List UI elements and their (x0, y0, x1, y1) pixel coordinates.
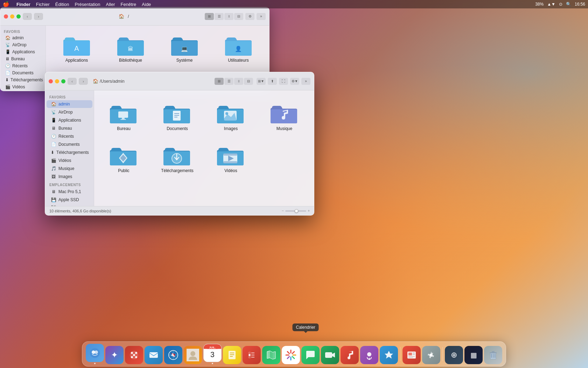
dock-trash[interactable] (484, 346, 502, 364)
sidebar-airdrop[interactable]: 📡 AirDrop (47, 108, 92, 116)
more-back[interactable]: » (257, 13, 266, 20)
dock-preferences[interactable] (422, 346, 440, 364)
dock-notes[interactable] (223, 346, 241, 364)
back-button-back[interactable]: ‹ (23, 13, 32, 20)
menubar-fenetre[interactable]: Fenêtre (121, 2, 136, 7)
slider-track[interactable] (285, 210, 306, 212)
sidebar-data1hd[interactable]: 💾 DATA 1 HD (47, 204, 92, 206)
sidebar-images[interactable]: 🖼 Images (47, 173, 92, 180)
menubar-controlcenter[interactable]: ⊙ (559, 2, 562, 7)
folder-systeme-back[interactable]: 💻 Système (159, 31, 210, 64)
dock-dockpref[interactable]: ▦ (464, 346, 483, 364)
sidebar-recents[interactable]: 🕐 Récents (47, 132, 92, 140)
view-column-front[interactable]: ⫴ (234, 78, 243, 85)
menubar-app-name[interactable]: Finder (16, 2, 30, 7)
sidebar-applications[interactable]: 📱 Applications (47, 116, 92, 124)
svg-rect-72 (490, 352, 497, 353)
settings-front[interactable]: ⚙▼ (290, 78, 299, 85)
folder-bibliotheque-back[interactable]: 🏛 Bibliothèque (105, 31, 156, 64)
dock-finder[interactable] (86, 344, 104, 364)
back-sidebar-telechargements[interactable]: ⬇Téléchargements (2, 76, 44, 83)
back-sidebar-airdrop[interactable]: 📡AirDrop (2, 41, 44, 48)
svg-point-52 (248, 354, 251, 356)
folder-utilisateurs-back[interactable]: 👤 Utilisateurs (213, 31, 264, 64)
apple-menu[interactable]: 🍎 (3, 1, 9, 7)
dock-rappels[interactable] (243, 346, 261, 364)
back-sidebar-admin[interactable]: 🏠admin (2, 34, 44, 41)
menubar-edition[interactable]: Édition (55, 2, 69, 7)
sidebar-macpro[interactable]: 🖥 Mac Pro 5,1 (47, 188, 92, 196)
dock-accessibility[interactable]: ⊕ (445, 346, 463, 364)
zoom-plus[interactable]: + (308, 209, 310, 213)
dock-safari[interactable] (164, 346, 182, 364)
sidebar-bureau[interactable]: 🖥 Bureau (47, 124, 92, 132)
dock-musique[interactable] (341, 346, 359, 364)
airdrop-icon: 📡 (51, 110, 56, 115)
folder-documents[interactable]: Documents (153, 97, 201, 134)
view-list-back[interactable]: ☰ (215, 13, 224, 20)
window-close-back[interactable] (4, 14, 8, 19)
sidebar-musique[interactable]: 🎵 Musique (47, 165, 92, 172)
dock-mail[interactable] (145, 346, 163, 364)
applications-icon: 📱 (51, 118, 56, 123)
slider-thumb[interactable] (295, 209, 298, 213)
group-btn[interactable]: ⊞▼ (257, 78, 266, 85)
admin-icon: 🏠 (51, 102, 56, 107)
folder-images[interactable]: Images (207, 97, 255, 134)
sidebar-admin[interactable]: 🏠 admin (47, 100, 92, 108)
dock-news[interactable] (402, 346, 421, 364)
dock-photos[interactable] (282, 346, 300, 364)
zoom-minus[interactable]: − (282, 209, 284, 213)
folder-videos[interactable]: Vidéos (207, 139, 255, 176)
back-button-front[interactable]: ‹ (68, 78, 77, 85)
view-column-back[interactable]: ⫴ (224, 13, 233, 20)
window-maximize-front[interactable] (61, 79, 65, 83)
settings-back[interactable]: ⚙ (245, 13, 254, 20)
sidebar-telechargements[interactable]: ⬇ Téléchargements (47, 149, 92, 156)
window-minimize-front[interactable] (55, 79, 59, 83)
folder-telechargements[interactable]: Téléchargements (153, 139, 201, 176)
view-gallery-front[interactable]: ⊟ (244, 78, 253, 85)
dock-messages[interactable] (301, 346, 320, 364)
more-front[interactable]: » (301, 78, 310, 85)
window-close-front[interactable] (49, 79, 53, 83)
menubar-fichier[interactable]: Fichier (36, 2, 50, 7)
view-icon-front[interactable]: ⊞ (215, 78, 224, 85)
forward-button-back[interactable]: › (34, 13, 43, 20)
menubar-search[interactable]: 🔍 (566, 2, 571, 7)
back-sidebar-recents[interactable]: 🕐Récents (2, 62, 44, 69)
dock-launchpad[interactable] (125, 346, 143, 364)
dock-calendrier[interactable]: JUIL. 3 (203, 344, 222, 364)
dock-facetime[interactable] (321, 346, 339, 364)
dock-podcasts[interactable] (360, 346, 378, 364)
menubar-presentation[interactable]: Présentation (75, 2, 100, 7)
sidebar-documents[interactable]: 📄 Documents (47, 141, 92, 148)
menubar-aller[interactable]: Aller (106, 2, 115, 7)
window-maximize-back[interactable] (16, 14, 21, 19)
back-sidebar-documents[interactable]: 📄Documents (2, 69, 44, 76)
menubar-aide[interactable]: Aide (142, 2, 151, 7)
dock-maps[interactable] (262, 346, 280, 364)
folder-musique[interactable]: Musique (260, 97, 308, 134)
share-btn[interactable]: ⬆ (268, 78, 277, 85)
back-sidebar-bureau[interactable]: 🖥Bureau (2, 55, 44, 62)
back-sidebar-applications[interactable]: 📱Applications (2, 48, 44, 55)
fullscreen-btn[interactable]: ⛶ (279, 78, 288, 85)
sidebar-applessd[interactable]: 💾 Apple SSD (47, 196, 92, 204)
dock-appstore[interactable] (380, 346, 398, 364)
zoom-slider[interactable]: − + (282, 209, 310, 213)
view-list-front[interactable]: ☰ (224, 78, 233, 85)
back-sidebar-videos[interactable]: 🎬Vidéos (2, 83, 44, 90)
dock-contacts[interactable] (184, 346, 202, 364)
sidebar-videos[interactable]: 🎬 Vidéos (47, 157, 92, 164)
sidebar-emplacements-label: Emplacements (45, 181, 94, 188)
folder-bureau[interactable]: Bureau (100, 97, 148, 134)
forward-button-front[interactable]: › (79, 78, 88, 85)
window-minimize-back[interactable] (10, 14, 14, 19)
view-gallery-back[interactable]: ⊟ (234, 13, 243, 20)
folder-applications-back[interactable]: A Applications (51, 31, 102, 64)
dock-siri[interactable]: ✦ (105, 346, 124, 364)
folder-public[interactable]: Public (100, 139, 148, 176)
back-sidebar-musique[interactable]: 🎵Musique (2, 90, 44, 91)
view-icon-back[interactable]: ⊞ (205, 13, 214, 20)
